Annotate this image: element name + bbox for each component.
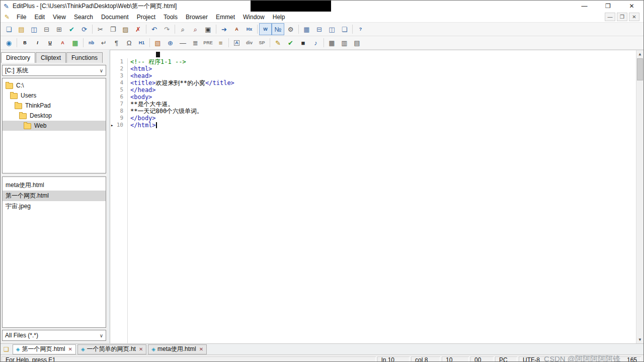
goto-line-button[interactable]: ➔ [218,23,230,35]
line-numbers-button[interactable]: № [272,23,284,35]
paragraph-button[interactable]: ¶ [110,37,123,49]
code-line-9[interactable]: 9</body> [110,115,636,122]
menu-view[interactable]: View [49,13,70,22]
tree-item-drive-c[interactable]: C:\ [3,80,106,90]
sidebar-tab-directory[interactable]: Directory [1,52,35,63]
textarea-button[interactable]: A [230,37,243,49]
span-tag-button[interactable]: SP [256,37,268,49]
mdi-restore-button[interactable]: ❐ [617,13,627,21]
mdi-minimize-button[interactable]: — [605,13,615,21]
restore-button[interactable]: ❐ [596,1,620,12]
insert-form-button[interactable]: ▤ [351,37,363,49]
scroll-up-button[interactable]: ▲ [636,50,643,58]
document-tab-2[interactable]: ◈一个简单的网页.ht✕ [77,344,146,354]
paste-button[interactable]: ▨ [119,23,132,35]
sidebar-tab-cliptext[interactable]: Cliptext [36,52,66,63]
code-line-3[interactable]: 3<head> [110,72,636,79]
code-line-7[interactable]: 7**是个大牛逼。 [110,101,636,108]
tree-item-users[interactable]: Users [3,90,106,101]
file-item[interactable]: 第一个网页.html [3,191,106,201]
menu-document[interactable]: Document [97,13,133,22]
delete-button[interactable]: ✗ [132,23,144,35]
menu-project[interactable]: Project [133,13,159,22]
file-item[interactable]: meta使用.html [3,180,106,191]
code-line-2[interactable]: 2<html> [110,65,636,72]
tab-close-icon[interactable]: ✕ [68,346,72,352]
open-file-button[interactable]: ▤ [15,23,28,35]
menu-file[interactable]: File [13,13,30,22]
tree-item-web[interactable]: Web [3,121,106,131]
div-tag-button[interactable]: div [243,37,256,49]
window-list-button[interactable]: ▦ [300,23,313,35]
hex-viewer-button[interactable]: Hx [243,23,256,35]
heading-button[interactable]: H1 [135,37,148,49]
code-lines[interactable]: 1<!-- 程序1-1 -->2<html>3<head>4<title>欢迎来… [110,58,636,343]
copy-button[interactable]: ❐ [107,23,119,35]
tree-item-thinkpad[interactable]: ThinkPad [3,101,106,111]
edit-source-button[interactable]: ✎ [272,37,284,49]
tree-item-desktop[interactable]: Desktop [3,111,106,121]
scrollbar-thumb[interactable] [637,58,643,80]
document-tab-1[interactable]: ◈第一个网页.html✕ [13,344,76,354]
split-vertical-button[interactable]: ◫ [326,23,338,35]
menu-tools[interactable]: Tools [159,13,182,22]
underline-button[interactable]: U [44,37,56,49]
font-color-button[interactable]: A [56,37,69,49]
scroll-down-button[interactable]: ▼ [636,336,643,343]
spell-check-button[interactable]: ✔ [65,23,78,35]
context-help-button[interactable]: ? [354,23,367,35]
code-line-5[interactable]: 5</head> [110,86,636,94]
menu-browser[interactable]: Browser [182,13,212,22]
new-file-button[interactable]: ❏ [3,23,15,35]
bold-button[interactable]: B [19,37,31,49]
line-break-button[interactable]: ↵ [98,37,110,49]
file-item[interactable]: 宇宙.jpeg [3,201,106,212]
cascade-windows-button[interactable]: ❏ [338,23,351,35]
code-line-4[interactable]: 4<title>欢迎来到**的小窝</title> [110,79,636,86]
align-button[interactable]: ≣ [189,37,202,49]
menu-help[interactable]: Help [269,13,289,22]
code-line-6[interactable]: 6<body> [110,94,636,101]
nbsp-button[interactable]: nb [85,37,98,49]
insert-anchor-button[interactable]: ⊕ [164,37,177,49]
insert-table-button[interactable]: ▦ [326,37,338,49]
document-tab-3[interactable]: ◈meta使用.html✕ [148,344,207,354]
insert-script-button[interactable]: ▥ [338,37,351,49]
print-preview-button[interactable]: ⊞ [53,23,65,35]
find-in-files-button[interactable]: ▣ [202,23,214,35]
editor-area[interactable]: ----+----1----+----2----+----3----+----4… [110,50,643,343]
code-line-1[interactable]: 1<!-- 程序1-1 --> [110,58,636,65]
menu-search[interactable]: Search [70,13,97,22]
undo-button[interactable]: ↶ [148,23,160,35]
insert-image-button[interactable]: ▧ [151,37,164,49]
menu-window[interactable]: Window [239,13,269,22]
highlight-table-button[interactable]: ▦ [69,37,82,49]
view-in-browser-button[interactable]: ◉ [3,37,15,49]
document-list-icon[interactable]: ❏ [4,346,9,353]
split-horizontal-button[interactable]: ⊟ [313,23,326,35]
print-button[interactable]: ⊟ [40,23,53,35]
mdi-close-button[interactable]: ✕ [629,13,639,21]
menu-emmet[interactable]: Emmet [212,13,239,22]
special-character-button[interactable]: Ω [123,37,135,49]
preformatted-button[interactable]: PRE [202,37,214,49]
font-enlarge-button[interactable]: A [230,23,243,35]
horizontal-rule-button[interactable]: ― [177,37,189,49]
italic-button[interactable]: I [31,37,44,49]
save-button[interactable]: ◫ [28,23,40,35]
insert-list-button[interactable]: ≡ [214,37,227,49]
replace-button[interactable]: ⌕ [189,23,202,35]
close-button[interactable]: ✕ [620,1,643,12]
insert-music-button[interactable]: ♪ [309,37,322,49]
drive-selector[interactable]: [C:] 系统 ∨ [2,65,106,76]
find-button[interactable]: ⌕ [177,23,189,35]
tab-close-icon[interactable]: ✕ [199,346,203,352]
cut-button[interactable]: ✂ [94,23,107,35]
minimize-button[interactable]: — [573,1,596,12]
file-filter-selector[interactable]: All Files (*.*) ∨ [2,330,106,341]
word-wrap-button[interactable]: W [259,23,272,35]
code-line-8[interactable]: 8**一天记800个六级单词。 [110,108,636,115]
code-line-10[interactable]: 10▸</html> [110,122,636,129]
syntax-check-button[interactable]: ✔ [284,37,297,49]
redo-button[interactable]: ↷ [160,23,173,35]
